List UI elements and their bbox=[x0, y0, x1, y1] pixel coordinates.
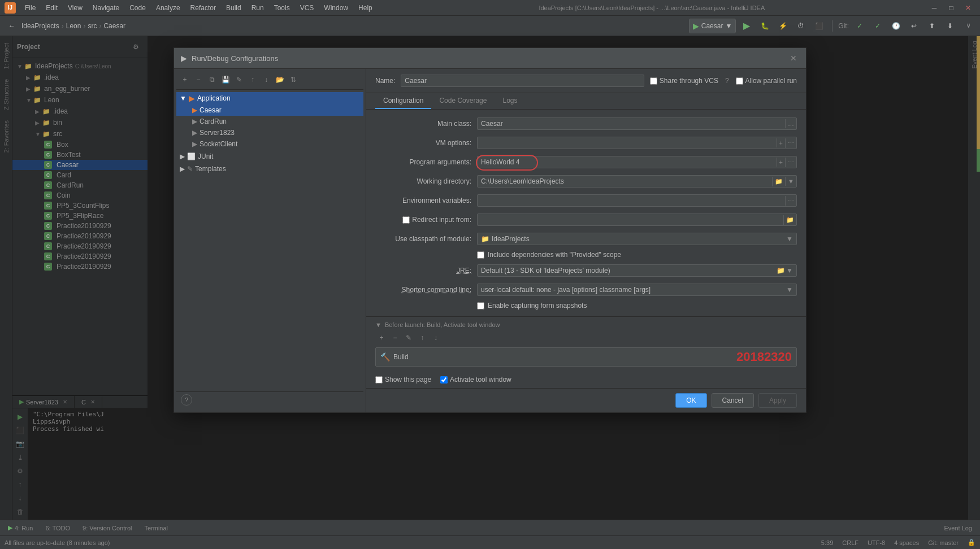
git-check2[interactable]: ✓ bbox=[870, 19, 885, 33]
menu-run[interactable]: Run bbox=[247, 3, 268, 13]
share-help-icon[interactable]: ? bbox=[725, 77, 729, 85]
config-item-socketclient[interactable]: ▶ SocketClient bbox=[176, 138, 363, 150]
bl-down-btn[interactable]: ↓ bbox=[430, 332, 442, 344]
config-copy-btn[interactable]: ⧉ bbox=[206, 73, 218, 86]
back-btn[interactable]: ← bbox=[5, 19, 19, 33]
config-edit-btn[interactable]: ✎ bbox=[233, 73, 245, 86]
menu-tools[interactable]: Tools bbox=[270, 3, 294, 13]
bottom-tab-version-control[interactable]: 9: Version Control bbox=[77, 523, 137, 533]
program-args-expand-btn[interactable]: + bbox=[777, 158, 785, 167]
breadcrumb-src[interactable]: src bbox=[88, 22, 97, 30]
bl-add-btn[interactable]: + bbox=[375, 332, 388, 344]
redirect-input-browse-btn[interactable]: 📁 bbox=[783, 215, 796, 225]
run-btn[interactable]: ▶ bbox=[739, 19, 754, 33]
working-dir-browse-btn[interactable]: 📁 bbox=[772, 177, 785, 186]
minimize-btn[interactable]: ─ bbox=[927, 1, 942, 15]
cancel-button[interactable]: Cancel bbox=[712, 393, 754, 408]
tab-configuration[interactable]: Configuration bbox=[375, 93, 431, 109]
breadcrumb-leon[interactable]: Leon bbox=[66, 22, 81, 30]
status-git[interactable]: Git: master bbox=[928, 539, 959, 546]
stop-btn[interactable]: ⬛ bbox=[812, 19, 826, 33]
maximize-btn[interactable]: □ bbox=[944, 1, 959, 15]
help-btn[interactable]: ? bbox=[181, 394, 192, 406]
name-input[interactable] bbox=[401, 75, 644, 87]
git-check1[interactable]: ✓ bbox=[852, 19, 867, 33]
config-save-btn[interactable]: 💾 bbox=[219, 73, 232, 86]
config-group-application-header[interactable]: ▼ ▶ Application bbox=[176, 92, 363, 104]
menu-edit[interactable]: Edit bbox=[41, 3, 62, 13]
git-push[interactable]: ⬆ bbox=[925, 19, 939, 33]
env-vars-edit-btn[interactable]: ⋯ bbox=[785, 196, 796, 206]
breadcrumb-caesar[interactable]: Caesar bbox=[103, 22, 125, 30]
redirect-input-input[interactable] bbox=[478, 214, 783, 225]
debug-btn[interactable]: 🐛 bbox=[757, 19, 772, 33]
menu-help[interactable]: Help bbox=[354, 3, 377, 13]
jre-dropdown-arrow[interactable]: ▼ bbox=[786, 267, 793, 274]
bottom-tab-terminal[interactable]: Terminal bbox=[138, 523, 174, 533]
bl-edit-btn[interactable]: ✎ bbox=[402, 332, 415, 344]
main-class-input[interactable] bbox=[478, 118, 785, 129]
enable-form-snapshots-checkbox[interactable] bbox=[477, 302, 484, 310]
menu-build[interactable]: Build bbox=[222, 3, 246, 13]
status-encoding[interactable]: UTF-8 bbox=[868, 539, 885, 546]
bottom-tab-event-log[interactable]: Event Log bbox=[938, 523, 978, 533]
menu-vcs[interactable]: VCS bbox=[296, 3, 319, 13]
git-branches[interactable]: ⑂ bbox=[961, 19, 975, 33]
jre-select[interactable]: Default (13 - SDK of 'IdeaProjects' modu… bbox=[477, 264, 797, 277]
jre-browse-icon[interactable]: 📁 bbox=[777, 267, 785, 274]
activate-tool-window-checkbox[interactable] bbox=[440, 376, 448, 384]
vm-options-input[interactable] bbox=[478, 137, 777, 149]
config-group-junit-header[interactable]: ▶ ⬜ JUnit bbox=[176, 151, 363, 162]
config-add-btn[interactable]: + bbox=[179, 73, 191, 86]
share-through-vcs-checkbox[interactable] bbox=[650, 77, 657, 85]
menu-code[interactable]: Code bbox=[125, 3, 150, 13]
git-pull[interactable]: ⬇ bbox=[943, 19, 957, 33]
config-move-up-btn[interactable]: ↑ bbox=[246, 73, 259, 86]
config-item-cardrun[interactable]: ▶ CardRun bbox=[176, 116, 363, 127]
vm-options-expand-btn[interactable]: + bbox=[777, 138, 785, 147]
main-class-browse-btn[interactable]: … bbox=[785, 119, 796, 128]
menu-window[interactable]: Window bbox=[319, 3, 353, 13]
git-revert[interactable]: ↩ bbox=[907, 19, 921, 33]
env-vars-input[interactable] bbox=[478, 195, 785, 206]
shorten-cmd-select[interactable]: user-local default: none - java [options… bbox=[477, 284, 797, 296]
breadcrumb-ideaprojects[interactable]: IdeaProjects bbox=[21, 22, 59, 30]
use-classpath-select[interactable]: 📁 IdeaProjects ▼ bbox=[477, 233, 797, 245]
program-args-input[interactable] bbox=[478, 156, 777, 168]
config-move-down-btn[interactable]: ↓ bbox=[260, 73, 272, 86]
close-btn[interactable]: ✕ bbox=[961, 1, 975, 15]
include-deps-checkbox[interactable] bbox=[477, 251, 484, 259]
working-dir-input[interactable] bbox=[478, 176, 772, 187]
tab-code-coverage[interactable]: Code Coverage bbox=[431, 93, 495, 109]
menu-file[interactable]: File bbox=[20, 3, 40, 13]
ok-button[interactable]: OK bbox=[675, 393, 706, 408]
allow-parallel-run-checkbox[interactable] bbox=[736, 77, 743, 85]
menu-refactor[interactable]: Refactor bbox=[186, 3, 220, 13]
vm-options-extra-btn[interactable]: ⋯ bbox=[785, 138, 796, 148]
before-launch-build-item[interactable]: 🔨 Build 20182320 bbox=[375, 347, 797, 367]
config-item-server1823[interactable]: ▶ Server1823 bbox=[176, 127, 363, 138]
bl-remove-btn[interactable]: − bbox=[389, 332, 401, 344]
config-group-templates-header[interactable]: ▶ ✎ Templates bbox=[176, 163, 363, 175]
redirect-input-checkbox[interactable] bbox=[402, 216, 410, 224]
config-item-caesar[interactable]: ▶ Caesar bbox=[176, 104, 363, 116]
bl-up-btn[interactable]: ↑ bbox=[416, 332, 428, 344]
menu-view[interactable]: View bbox=[63, 3, 87, 13]
show-page-checkbox[interactable] bbox=[375, 376, 383, 384]
working-dir-dropdown-btn[interactable]: ▼ bbox=[785, 177, 796, 186]
bottom-tab-todo[interactable]: 6: TODO bbox=[40, 523, 76, 533]
git-history[interactable]: 🕐 bbox=[888, 19, 903, 33]
status-indent[interactable]: 4 spaces bbox=[894, 539, 919, 546]
config-remove-btn[interactable]: − bbox=[192, 73, 205, 86]
status-line-ending[interactable]: CRLF bbox=[842, 539, 858, 546]
menu-analyze[interactable]: Analyze bbox=[151, 3, 185, 13]
program-args-extra-btn[interactable]: ⋯ bbox=[785, 158, 796, 167]
config-sort-btn[interactable]: ⇅ bbox=[287, 73, 300, 86]
config-folder-btn[interactable]: 📂 bbox=[274, 73, 286, 86]
menu-navigate[interactable]: Navigate bbox=[88, 3, 124, 13]
run-config-select[interactable]: ▶ Caesar ▼ bbox=[689, 19, 736, 33]
bottom-tab-run[interactable]: ▶ 4: Run bbox=[2, 522, 38, 533]
tab-logs[interactable]: Logs bbox=[495, 93, 525, 109]
before-launch-header[interactable]: ▼ Before launch: Build, Activate tool wi… bbox=[375, 321, 797, 328]
profile-btn[interactable]: ⏱ bbox=[793, 19, 808, 33]
